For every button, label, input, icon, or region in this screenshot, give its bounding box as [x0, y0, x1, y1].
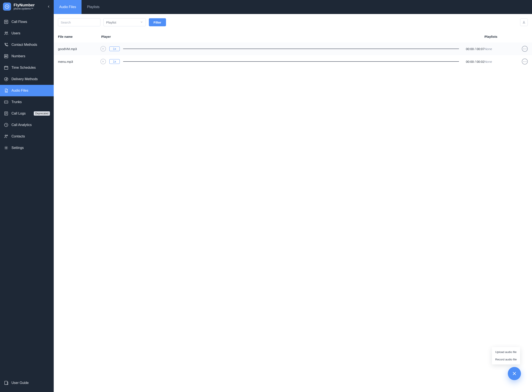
- search-input[interactable]: [58, 18, 100, 26]
- hash-icon: [4, 54, 9, 59]
- fab-close-button[interactable]: [508, 367, 521, 380]
- progress-bar[interactable]: [123, 49, 459, 49]
- player-cell: 1x 00:00 / 00:07: [100, 46, 484, 51]
- svg-point-14: [7, 135, 8, 136]
- sidebar-nav: Call Flows Users Contact Methods Numbers…: [0, 13, 54, 377]
- sidebar-item-users[interactable]: Users: [0, 28, 54, 39]
- speed-toggle[interactable]: 1x: [109, 47, 120, 51]
- progress-bar[interactable]: [123, 61, 459, 62]
- phone-icon: [5, 4, 9, 9]
- svg-point-6: [7, 32, 8, 33]
- player-cell: 1x 00:00 / 00:02: [100, 59, 484, 64]
- flow-icon: [4, 19, 9, 24]
- sidebar-item-label: Delivery Methods: [11, 77, 50, 81]
- sidebar-item-label: Call Flows: [11, 20, 50, 24]
- sidebar-item-label: Numbers: [11, 54, 50, 58]
- sidebar-item-label: Call Logs: [11, 112, 31, 115]
- play-icon: [102, 48, 104, 50]
- calendar-icon: [4, 65, 9, 70]
- table-row: goodVM.mp3 1x 00:00 / 00:07 None: [54, 42, 532, 55]
- sidebar-item-label: Contacts: [11, 135, 50, 138]
- download-icon: [522, 20, 526, 24]
- svg-rect-1: [5, 20, 8, 24]
- playlist-cell: None: [484, 47, 514, 51]
- analytics-icon: [4, 123, 9, 127]
- sidebar: FlyNumber phone.systems™ Call Flows User…: [0, 0, 54, 392]
- send-icon: [4, 77, 9, 81]
- sidebar-item-label: Time Schedules: [11, 66, 50, 70]
- brand-title: FlyNumber: [14, 3, 35, 7]
- chevron-down-icon: [140, 21, 143, 24]
- brand-subtitle: phone.systems™: [14, 7, 35, 10]
- brand-logo: [3, 3, 11, 11]
- sidebar-item-label: User Guide: [11, 381, 50, 385]
- row-actions-button[interactable]: [522, 46, 528, 52]
- sidebar-item-trunks[interactable]: Trunks: [0, 96, 54, 108]
- record-audio-file-option[interactable]: Record audio file: [492, 356, 520, 363]
- svg-point-3: [6, 21, 6, 21]
- time-display: 00:00 / 00:02: [462, 60, 484, 63]
- content: Playlist Filter File name Player Playlis…: [54, 14, 532, 392]
- playlist-select-value: Playlist: [106, 21, 116, 24]
- add-menu-popup: Upload audio file Record audio file: [492, 347, 520, 364]
- play-button[interactable]: [100, 59, 106, 64]
- sidebar-item-settings[interactable]: Settings: [0, 142, 54, 154]
- svg-point-2: [5, 21, 5, 21]
- contacts-icon: [4, 134, 9, 139]
- audio-file-icon: [4, 88, 9, 93]
- speed-toggle[interactable]: 1x: [109, 59, 120, 64]
- top-tabs: Audio Files Playlists: [54, 0, 532, 14]
- upload-audio-file-option[interactable]: Upload audio file: [492, 348, 520, 356]
- close-icon: [512, 371, 517, 376]
- col-file-name: File name: [58, 35, 100, 38]
- deprecated-badge: Deprecated: [34, 111, 50, 116]
- time-display: 00:00 / 00:07: [462, 47, 484, 51]
- tab-audio-files[interactable]: Audio Files: [54, 0, 81, 14]
- sidebar-item-audio-files[interactable]: Audio Files: [0, 85, 54, 96]
- sidebar-collapse-button[interactable]: [46, 4, 52, 9]
- sidebar-item-label: Users: [11, 31, 50, 35]
- sidebar-item-call-analytics[interactable]: Call Analytics: [0, 119, 54, 131]
- sidebar-item-user-guide[interactable]: User Guide: [0, 377, 54, 389]
- file-name-cell: menu.mp3: [58, 60, 100, 63]
- sidebar-item-label: Contact Methods: [11, 43, 50, 47]
- svg-rect-16: [5, 381, 7, 385]
- svg-point-13: [5, 135, 6, 136]
- svg-point-5: [5, 32, 6, 33]
- sidebar-item-contact-methods[interactable]: Contact Methods: [0, 39, 54, 51]
- phone-forward-icon: [4, 42, 9, 47]
- sidebar-item-label: Trunks: [11, 100, 50, 104]
- sidebar-item-numbers[interactable]: Numbers: [0, 51, 54, 62]
- file-name-cell: goodVM.mp3: [58, 47, 100, 51]
- brand-row: FlyNumber phone.systems™: [0, 0, 54, 13]
- download-button[interactable]: [520, 19, 528, 26]
- sidebar-item-time-schedules[interactable]: Time Schedules: [0, 62, 54, 73]
- sidebar-item-label: Audio Files: [11, 89, 50, 93]
- table-header: File name Player Playlists: [54, 31, 532, 42]
- col-player: Player: [100, 35, 484, 38]
- playlist-cell: None: [484, 60, 514, 63]
- sidebar-item-label: Call Analytics: [11, 123, 50, 127]
- sidebar-item-call-flows[interactable]: Call Flows: [0, 16, 54, 28]
- play-icon: [102, 61, 104, 63]
- list-icon: [4, 111, 9, 116]
- guide-icon: [4, 381, 9, 385]
- sidebar-item-contacts[interactable]: Contacts: [0, 131, 54, 142]
- gear-icon: [4, 145, 9, 150]
- svg-point-15: [5, 147, 7, 149]
- sidebar-item-call-logs[interactable]: Call Logs Deprecated: [0, 108, 54, 119]
- playlist-select[interactable]: Playlist: [103, 18, 146, 26]
- sidebar-item-label: Settings: [11, 146, 50, 150]
- tab-playlists[interactable]: Playlists: [81, 0, 105, 14]
- sidebar-item-delivery-methods[interactable]: Delivery Methods: [0, 73, 54, 85]
- users-icon: [4, 31, 9, 36]
- play-button[interactable]: [100, 46, 106, 51]
- svg-rect-7: [5, 55, 8, 58]
- row-actions-button[interactable]: [522, 59, 528, 65]
- trunk-icon: [4, 100, 9, 104]
- main: Audio Files Playlists Playlist Filter Fi…: [54, 0, 532, 392]
- filter-button[interactable]: Filter: [149, 18, 166, 26]
- col-playlists: Playlists: [484, 35, 514, 38]
- chevron-left-icon: [47, 5, 50, 8]
- svg-rect-8: [5, 66, 8, 70]
